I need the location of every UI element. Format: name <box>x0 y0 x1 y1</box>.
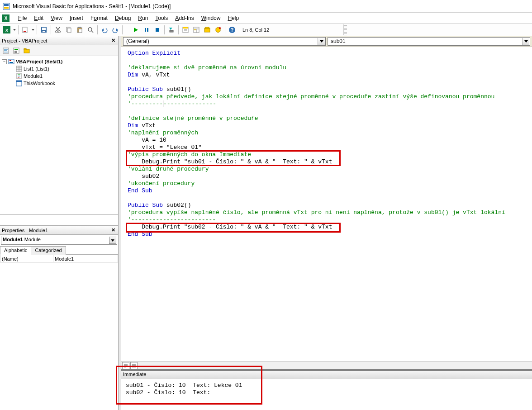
svg-rect-55 <box>10 62 13 63</box>
menu-help[interactable]: Help <box>224 14 242 23</box>
project-toolbar <box>0 45 118 56</box>
svg-point-41 <box>219 27 221 29</box>
stop-icon[interactable] <box>152 25 162 35</box>
save-icon[interactable] <box>39 25 49 35</box>
menu-debug[interactable]: Debug <box>111 14 134 23</box>
chevron-down-icon[interactable] <box>109 237 116 244</box>
copy-icon[interactable] <box>64 25 74 35</box>
dropdown-arrow-icon[interactable] <box>13 29 16 31</box>
code-editor[interactable]: Option Explicit 'deklarujeme si dvě prom… <box>121 47 532 361</box>
property-row[interactable]: (Name) Module1 <box>0 255 118 262</box>
menu-insert[interactable]: Insert <box>66 14 87 23</box>
procedure-dropdown[interactable]: sub01 <box>328 37 530 46</box>
close-icon[interactable]: ✕ <box>110 38 116 44</box>
svg-rect-8 <box>23 27 27 33</box>
cut-icon[interactable] <box>53 25 63 35</box>
svg-point-21 <box>88 28 92 31</box>
menu-format[interactable]: Format <box>87 14 111 23</box>
svg-rect-12 <box>42 28 46 30</box>
redo-icon[interactable] <box>110 25 120 35</box>
svg-text:X: X <box>5 28 8 33</box>
collapse-icon[interactable]: − <box>2 59 7 64</box>
toolbox-icon[interactable] <box>213 25 223 35</box>
tree-item[interactable]: Module1 <box>1 72 117 80</box>
find-icon[interactable] <box>86 25 95 35</box>
tree-item-label: ThisWorkbook <box>24 80 55 87</box>
object-dropdown[interactable]: (General) <box>123 37 326 46</box>
code-window: (General) sub01 Option Explicit 'deklaru… <box>121 36 532 369</box>
svg-rect-17 <box>67 28 71 33</box>
tree-item-label: Module1 <box>24 72 43 80</box>
menu-edit[interactable]: Edit <box>30 14 47 23</box>
svg-rect-26 <box>145 28 146 32</box>
view-code-icon[interactable] <box>1 46 11 56</box>
svg-rect-20 <box>79 29 82 33</box>
procedure-view-icon[interactable] <box>122 362 129 369</box>
object-browser-icon[interactable] <box>202 25 212 35</box>
tab-categorized[interactable]: Categorized <box>31 246 66 255</box>
project-tree[interactable]: − VBAProject (Sešit1) List1 (List1) Modu… <box>0 56 118 215</box>
close-icon[interactable]: ✕ <box>110 227 116 234</box>
properties-panel-title: Properties - Module1 <box>2 228 48 233</box>
view-excel-icon[interactable]: X <box>2 25 12 35</box>
tree-item[interactable]: List1 (List1) <box>1 65 117 72</box>
project-explorer-icon[interactable] <box>180 25 190 35</box>
worksheet-icon <box>16 66 22 72</box>
view-object-icon[interactable] <box>11 46 21 56</box>
svg-text:?: ? <box>231 27 234 33</box>
menu-file[interactable]: File <box>14 14 30 23</box>
insert-module-icon[interactable] <box>20 25 30 35</box>
tree-item[interactable]: ThisWorkbook <box>1 80 117 87</box>
svg-rect-32 <box>183 27 188 29</box>
paste-icon[interactable] <box>75 25 85 35</box>
menu-view[interactable]: View <box>47 14 66 23</box>
svg-rect-38 <box>194 29 196 30</box>
vbaproject-icon <box>8 58 14 65</box>
svg-rect-19 <box>78 27 81 28</box>
menu-run[interactable]: Run <box>134 14 152 23</box>
dropdown-arrow-icon[interactable] <box>31 29 35 31</box>
property-value[interactable]: Module1 <box>53 255 118 262</box>
window-title: Microsoft Visual Basic for Applications … <box>13 3 171 10</box>
excel-icon[interactable]: X <box>2 14 10 22</box>
svg-rect-50 <box>14 51 17 53</box>
properties-object-dropdown[interactable]: Module1 Module <box>1 236 117 245</box>
svg-marker-29 <box>169 28 172 30</box>
menu-window[interactable]: Window <box>198 14 224 23</box>
chevron-down-icon[interactable] <box>522 38 529 45</box>
svg-rect-52 <box>24 48 26 50</box>
svg-marker-69 <box>524 40 528 43</box>
break-icon[interactable] <box>142 25 152 35</box>
svg-marker-68 <box>320 40 323 43</box>
svg-rect-28 <box>156 28 159 32</box>
help-icon[interactable]: ? <box>227 25 237 35</box>
undo-icon[interactable] <box>100 25 109 35</box>
dropdown-name: Module1 <box>3 237 23 242</box>
chevron-down-icon[interactable] <box>318 38 325 45</box>
project-panel-title: Project - VBAProject <box>2 38 47 43</box>
tree-item-label: List1 (List1) <box>24 65 49 72</box>
run-icon[interactable] <box>131 25 141 35</box>
project-panel-header: Project - VBAProject ✕ <box>0 36 118 45</box>
separator <box>97 25 98 34</box>
svg-rect-66 <box>16 81 22 82</box>
tab-alphabetic[interactable]: Alphabetic <box>0 246 31 255</box>
separator <box>51 25 51 34</box>
svg-rect-49 <box>14 49 18 50</box>
toolbar-grip[interactable] <box>343 24 347 35</box>
full-module-view-icon[interactable] <box>130 362 138 369</box>
separator <box>18 25 19 34</box>
menu-bar: X File Edit View Insert Format Debug Run… <box>0 13 532 24</box>
toggle-folders-icon[interactable] <box>22 46 32 56</box>
properties-icon[interactable] <box>191 25 201 35</box>
immediate-body[interactable]: sub01 - Číslo: 10 Text: Lekce 01 sub02 -… <box>121 379 532 406</box>
properties-grid[interactable]: (Name) Module1 <box>0 255 118 262</box>
design-mode-icon[interactable] <box>166 25 176 35</box>
separator <box>178 25 179 34</box>
svg-rect-2 <box>4 7 9 9</box>
menu-tools[interactable]: Tools <box>152 14 171 23</box>
separator <box>164 25 165 34</box>
tree-root[interactable]: − VBAProject (Sešit1) <box>1 58 117 65</box>
menu-addins[interactable]: Add-Ins <box>171 14 197 23</box>
separator <box>122 25 123 34</box>
